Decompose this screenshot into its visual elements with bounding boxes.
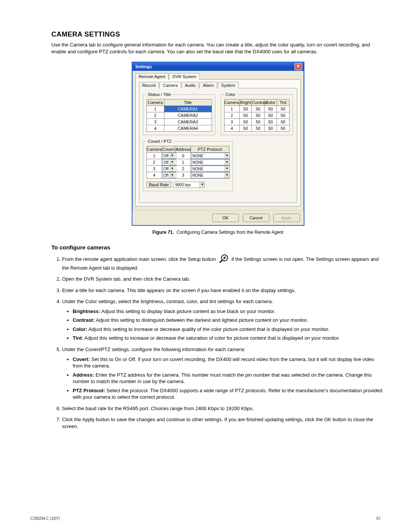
chevron-down-icon: ▼ — [199, 182, 204, 187]
cam-cell: 3 — [147, 119, 164, 125]
footer-page-number: 57 — [376, 516, 381, 521]
color-legend: Color — [224, 92, 237, 97]
contrast-cell[interactable]: 50 — [252, 125, 264, 132]
section-title: CAMERA SETTINGS — [51, 30, 384, 38]
address-input-3[interactable]: 2 — [175, 166, 191, 172]
col-bright: Bright — [239, 99, 252, 106]
color-cell[interactable]: 50 — [264, 125, 277, 132]
title-input-1[interactable]: CAMERA1 — [164, 106, 212, 112]
tint-cell[interactable]: 50 — [277, 125, 289, 132]
address-input-2[interactable]: 1 — [175, 159, 191, 166]
intro-paragraph: Use the Camera tab to configure general … — [51, 42, 384, 55]
step-3: Enter a title for each camera. This titl… — [62, 287, 384, 294]
color-group: Color Camera Bright Contrast Color Tint — [221, 92, 293, 135]
col-camera: Camera — [147, 99, 164, 106]
page-footer: C2602M-C (3/07) 57 — [30, 516, 381, 521]
chevron-down-icon: ▼ — [170, 153, 175, 158]
tab-record[interactable]: Record — [139, 82, 159, 88]
status-title-legend: Status / Title — [147, 92, 173, 97]
protocol-select-1[interactable]: NONE▼ — [191, 153, 230, 159]
tab-dvr-system[interactable]: DVR System — [169, 73, 200, 80]
inner-tabstrip: Record Camera Audio Alarm System — [139, 82, 297, 88]
chevron-down-icon: ▼ — [225, 153, 229, 158]
covert-ptz-group: Covert / PTZ Camera Covert Address PTZ P… — [143, 139, 233, 191]
settings-dialog: Settings ✕ Remote Agent DVR System Recor… — [132, 62, 304, 226]
footer-left: C2602M-C (3/07) — [30, 516, 60, 521]
subheading: To configure cameras — [51, 244, 384, 251]
dialog-titlebar: Settings ✕ — [132, 62, 304, 71]
bright-cell[interactable]: 50 — [239, 112, 252, 119]
chevron-down-icon: ▼ — [225, 160, 229, 165]
close-button[interactable]: ✕ — [295, 63, 302, 70]
step-7: Click the Apply button to save the chang… — [62, 416, 384, 430]
svg-line-1 — [220, 260, 222, 262]
tab-audio[interactable]: Audio — [182, 82, 199, 88]
apply-button[interactable]: Apply — [273, 214, 300, 222]
covert-select-1[interactable]: Off▼ — [162, 153, 176, 159]
cam-cell: 2 — [147, 112, 164, 119]
col-camera: Camera — [147, 146, 162, 153]
protocol-select-4[interactable]: NONE▼ — [191, 172, 230, 178]
col-color: Color — [264, 99, 277, 106]
step-6: Select the baud rate for the RS495 port.… — [62, 405, 384, 412]
col-contrast: Contrast — [252, 99, 264, 106]
tint-cell[interactable]: 50 — [277, 106, 289, 112]
col-camera: Camera — [224, 99, 239, 106]
contrast-cell[interactable]: 50 — [252, 112, 264, 119]
chevron-down-icon: ▼ — [170, 166, 175, 171]
col-covert: Covert — [162, 146, 175, 153]
covert-select-4[interactable]: Off▼ — [162, 172, 176, 178]
covert-select-3[interactable]: Off▼ — [162, 166, 176, 172]
address-input-1[interactable]: 0 — [175, 153, 191, 159]
step-2: Open the DVR System tab, and then click … — [62, 276, 384, 283]
color-cell[interactable]: 50 — [264, 106, 277, 112]
figure-caption: Figure 71. Configuring Camera Settings f… — [51, 230, 384, 235]
protocol-select-3[interactable]: NONE▼ — [191, 166, 230, 172]
tab-alarm[interactable]: Alarm — [199, 82, 217, 88]
color-cell[interactable]: 50 — [264, 119, 277, 125]
step-5: Under the Covert/PTZ settings, configure… — [62, 346, 384, 401]
ok-button[interactable]: OK — [212, 214, 239, 222]
title-input-4[interactable]: CAMERA4 — [164, 125, 212, 132]
step-1: From the remote agent application main s… — [62, 254, 384, 271]
chevron-down-icon: ▼ — [225, 166, 229, 171]
tab-camera[interactable]: Camera — [159, 82, 181, 88]
col-address: Address — [175, 146, 191, 153]
setup-icon — [219, 254, 229, 265]
contrast-cell[interactable]: 50 — [252, 106, 264, 112]
chevron-down-icon: ▼ — [225, 173, 229, 178]
contrast-cell[interactable]: 50 — [252, 119, 264, 125]
tab-system[interactable]: System — [218, 82, 239, 88]
col-tint: Tint — [277, 99, 289, 106]
tint-cell[interactable]: 50 — [277, 112, 289, 119]
protocol-select-2[interactable]: NONE▼ — [191, 159, 230, 165]
col-ptz-protocol: PTZ Protocol — [191, 146, 229, 153]
chevron-down-icon: ▼ — [170, 173, 175, 178]
covert-ptz-legend: Covert / PTZ — [147, 139, 173, 144]
status-title-group: Status / Title Camera Title 1CAMERA1 2CA… — [143, 92, 215, 135]
steps-list: From the remote agent application main s… — [51, 254, 384, 430]
cancel-button[interactable]: Cancel — [243, 214, 269, 222]
col-title: Title — [164, 99, 212, 106]
covert-select-2[interactable]: Off▼ — [162, 159, 176, 165]
baud-rate-label: Baud Rate — [147, 182, 172, 188]
cam-cell: 1 — [147, 106, 164, 112]
step-4: Under the Color settings, select the bri… — [62, 298, 384, 342]
dialog-title: Settings — [135, 64, 152, 69]
bright-cell[interactable]: 50 — [239, 106, 252, 112]
outer-tabstrip: Remote Agent DVR System — [135, 73, 301, 80]
tint-cell[interactable]: 50 — [277, 119, 289, 125]
bright-cell[interactable]: 50 — [239, 125, 252, 132]
tab-remote-agent[interactable]: Remote Agent — [135, 73, 169, 80]
title-input-3[interactable]: CAMERA3 — [164, 119, 212, 125]
bright-cell[interactable]: 50 — [239, 119, 252, 125]
chevron-down-icon: ▼ — [170, 160, 175, 165]
cam-cell: 4 — [147, 125, 164, 132]
address-input-4[interactable]: 3 — [175, 172, 191, 179]
color-cell[interactable]: 50 — [264, 112, 277, 119]
title-input-2[interactable]: CAMERA2 — [164, 112, 212, 119]
baud-rate-select[interactable]: 9600 bps ▼ — [174, 182, 205, 188]
